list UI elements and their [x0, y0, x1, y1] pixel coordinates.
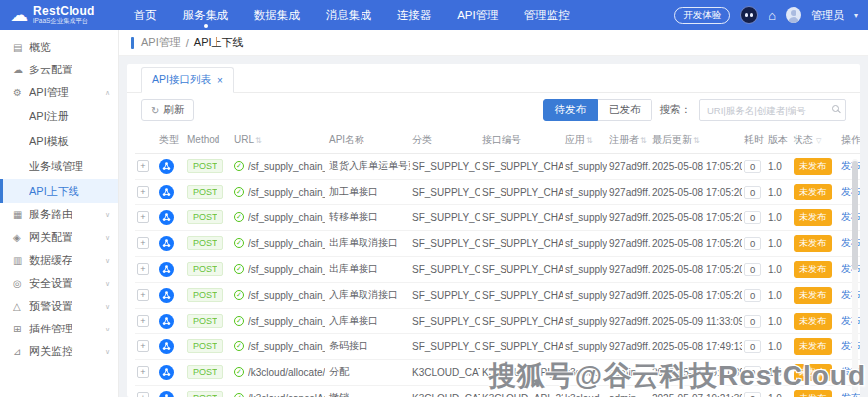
col-status: 未发布 — [792, 256, 839, 282]
sidebar-item-1[interactable]: ▤概览 — [0, 36, 118, 59]
col-api-name: 出库单接口 — [327, 256, 410, 282]
sidebar-subitem-API注册[interactable]: API注册 — [0, 104, 118, 129]
ai-assistant-icon[interactable] — [740, 6, 758, 24]
nav-item-4[interactable]: 消息集成 — [313, 0, 384, 30]
time-value: 0 — [744, 186, 761, 198]
nav-item-2[interactable]: 服务集成 — [170, 0, 241, 30]
api-type-icon — [159, 263, 174, 274]
col-expand: + — [135, 385, 157, 397]
api-type-icon — [159, 392, 174, 397]
refresh-label: 刷新 — [163, 103, 184, 117]
sidebar-item-label: 数据缓存 — [29, 253, 105, 268]
search-icon[interactable] — [832, 105, 839, 112]
main-content: API管理 / API上下线 API接口列表 × ↻ 刷新 待发布 已 — [119, 30, 868, 397]
col-registrant: 927ad9ff... — [607, 153, 651, 179]
url-text: /sf_supply_chain_techno... — [248, 341, 325, 352]
sidebar-item-5[interactable]: ◈网关配置∨ — [0, 226, 118, 249]
col-app: sf_supply... — [563, 230, 607, 256]
col-category: K3CLOUD_CATEGO... — [410, 385, 480, 397]
expand-row-button[interactable]: + — [137, 160, 149, 172]
sort-icon[interactable]: ⇅ — [693, 136, 700, 145]
close-icon[interactable]: × — [217, 75, 223, 86]
expand-row-button[interactable]: + — [137, 340, 149, 352]
nav-item-7[interactable]: 管理监控 — [511, 0, 583, 30]
expand-row-button[interactable]: + — [137, 263, 149, 275]
sidebar-subitem-API模板[interactable]: API模板 — [0, 129, 118, 154]
expand-row-button[interactable]: + — [137, 211, 149, 223]
expand-row-button[interactable]: + — [137, 237, 149, 249]
column-header-类型: 类型 — [157, 127, 185, 153]
nav-item-6[interactable]: API管理 — [444, 0, 511, 30]
col-url: ✓/sf_supply_chain_techno... — [232, 333, 327, 359]
expand-row-button[interactable]: + — [137, 289, 149, 301]
col-status: 未发布 — [792, 333, 839, 359]
sidebar-item-2[interactable]: ☁多云配置 — [0, 59, 118, 81]
col-expand: + — [135, 333, 157, 359]
nav-item-3[interactable]: 数据集成 — [241, 0, 313, 30]
sidebar-item-8[interactable]: △预警设置∨ — [0, 295, 118, 318]
check-circle-icon: ✓ — [234, 161, 244, 171]
sidebar-item-6[interactable]: ▥数据缓存∨ — [0, 249, 118, 272]
scrollbar[interactable] — [852, 159, 858, 393]
tab-label: API接口列表 — [152, 73, 211, 87]
sidebar-item-7[interactable]: ◎安全设置∨ — [0, 272, 118, 295]
col-updated: 2025-05-08 17:05:20 — [651, 153, 742, 179]
api-type-icon — [159, 160, 174, 171]
col-expand: + — [135, 230, 157, 256]
active-nav-dot-icon — [204, 24, 208, 28]
search-input[interactable] — [699, 99, 846, 121]
col-code: K3CLOUD_API_2303100... — [480, 359, 563, 385]
sort-icon[interactable]: ⇅ — [255, 136, 262, 145]
column-header-耗时: 耗时 — [742, 127, 766, 153]
username[interactable]: 管理员 — [811, 8, 844, 23]
col-app: sf_supply... — [563, 256, 607, 282]
sidebar-item-9[interactable]: ⊞插件管理∨ — [0, 318, 118, 340]
check-circle-icon: ✓ — [234, 238, 244, 248]
pending-filter-button[interactable]: 待发布 — [543, 99, 599, 121]
tab-api-list[interactable]: API接口列表 × — [141, 67, 234, 93]
published-filter-button[interactable]: 已发布 — [598, 99, 652, 121]
url-text: /sf_supply_chain_techno... — [248, 290, 325, 301]
sidebar-item-3[interactable]: ⚙API管理∧ — [0, 81, 118, 104]
expand-row-button[interactable]: + — [137, 186, 149, 198]
col-method: POST — [185, 256, 232, 282]
brand-logo[interactable]: ☁ RestCloud iPaaS企业集成平台 — [10, 5, 95, 24]
nav-item-1[interactable]: 首页 — [121, 0, 170, 30]
col-code: SF_SUPPLY_CHAIN_TEC... — [480, 230, 563, 256]
sidebar-subitem-API上下线[interactable]: API上下线 — [0, 179, 118, 203]
col-code: SF_SUPPLY_CHAIN_TEC... — [480, 333, 563, 359]
sort-icon[interactable]: ⇅ — [586, 136, 593, 145]
alert-icon: △ — [13, 301, 29, 312]
brand-title: RestCloud — [33, 5, 95, 18]
avatar[interactable] — [786, 7, 801, 23]
col-updated: 2025-05-08 17:05:20 — [651, 179, 742, 204]
check-circle-icon: ✓ — [234, 341, 244, 351]
api-type-icon — [159, 237, 174, 248]
scrollbar-thumb[interactable] — [852, 161, 858, 270]
table-row: +POST✓/k3cloud/allocate/form...分配K3CLOUD… — [135, 359, 860, 385]
expand-row-button[interactable]: + — [137, 366, 149, 378]
sidebar-item-10[interactable]: ⊿网关监控∨ — [0, 340, 118, 363]
nav-item-5[interactable]: 连接器 — [384, 0, 445, 30]
dev-experience-button[interactable]: 开发体验 — [674, 7, 730, 24]
sidebar-subitem-业务域管理[interactable]: 业务域管理 — [0, 154, 118, 179]
time-value: 0 — [744, 340, 761, 353]
publish-link[interactable]: 发布 — [841, 392, 860, 397]
col-registrant: 927ad9ff... — [607, 256, 651, 282]
home-icon[interactable]: ⌂ — [768, 8, 776, 23]
sort-icon[interactable]: ⇅ — [640, 136, 647, 145]
col-status: 未发布 — [792, 385, 839, 397]
expand-row-button[interactable]: + — [137, 315, 149, 327]
method-badge: POST — [187, 236, 223, 250]
api-type-icon — [159, 315, 174, 326]
table-row: +POST✓/sf_supply_chain_techno...条码接口SF_S… — [135, 333, 860, 359]
col-expand: + — [135, 204, 157, 230]
col-updated: 2025-05-08 17:05:20 — [651, 230, 742, 256]
status-badge: 未发布 — [794, 287, 832, 304]
expand-row-button[interactable]: + — [137, 392, 149, 397]
sidebar-item-4[interactable]: ▦服务路由∨ — [0, 203, 118, 226]
refresh-button[interactable]: ↻ 刷新 — [141, 99, 194, 121]
filter-icon[interactable]: ▽ — [816, 137, 821, 144]
sidebar-item-label: 安全设置 — [29, 276, 105, 291]
column-header-label: API名称 — [329, 134, 364, 145]
